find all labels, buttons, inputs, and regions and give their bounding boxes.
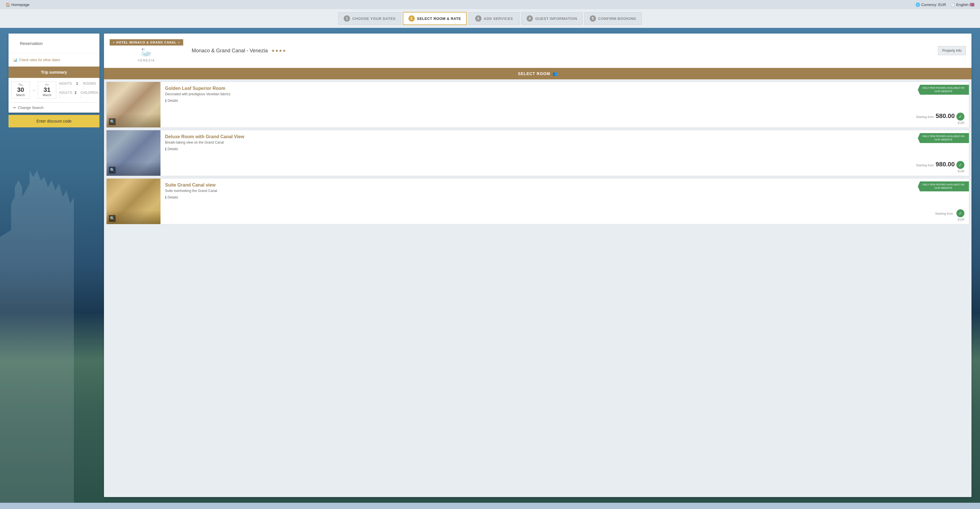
room-card-suite: 🔍 Suite Grand Canal view Suite overlooki… (106, 178, 969, 224)
step-num-4: 4 (527, 15, 533, 22)
price-row-suite: Starting from ✓ (935, 209, 964, 217)
step-num-2: 2 (409, 15, 415, 22)
currency-deluxe: EUR (916, 169, 964, 173)
guests-row: ADULTS : 2 CHILDREN : 0 (59, 91, 99, 99)
select-room-bar: SELECT ROOM 👥 (104, 68, 972, 79)
currency-selector[interactable]: 🌐 Currency: EUR (916, 3, 946, 7)
homepage-link[interactable]: 🏠 Homepage (6, 3, 30, 7)
hotel-main-title: Monaco & Grand Canal - Venezia (192, 48, 268, 54)
check-rates-label: Check rates for other dates (19, 58, 60, 62)
room-title-suite: Suite Grand Canal view (165, 183, 908, 188)
room-image-golden-leaf: 🔍 (107, 82, 161, 128)
room-card-deluxe: 🔍 Deluxe Room with Grand Canal View Brea… (106, 130, 969, 176)
left-panel: Reservation 📊 Check rates for other date… (8, 34, 99, 497)
hotel-stars: ★★★★ (271, 48, 286, 53)
children-label: CHILDREN : (80, 91, 98, 99)
reservation-card: Reservation 📊 Check rates for other date… (8, 34, 99, 113)
room-info-suite: Suite Grand Canal view Suite overlooking… (161, 179, 912, 224)
room-price-area-deluxe: ONLY FEW ROOMS AVAILABLE ON OUR WEBSITE … (912, 130, 969, 176)
main-area: Reservation 📊 Check rates for other date… (0, 28, 980, 503)
select-btn-deluxe[interactable]: ✓ (956, 161, 964, 169)
zoom-icon-deluxe[interactable]: 🔍 (109, 167, 116, 174)
trip-summary-bar: Trip summary (8, 67, 99, 78)
badge-decoration-left: ▪ (113, 40, 115, 45)
discount-code-btn[interactable]: Enter discount code (8, 115, 99, 128)
guests-icon: 👥 (552, 71, 558, 76)
step-label-5: CONFIRM BOOKING (598, 16, 636, 21)
room-card-golden-leaf: 🔍 Golden Leaf Superior Room Decorated wi… (106, 81, 969, 128)
step-select-room[interactable]: 2 SELECT ROOM & RATE (403, 12, 467, 25)
step-label-1: CHOOSE YOUR DATES (352, 16, 395, 21)
check-rates-btn[interactable]: 📊 Check rates for other dates (11, 56, 97, 64)
room-desc-deluxe: Breath-taking view on the Grand Canal (165, 140, 908, 144)
property-info-btn[interactable]: Property info (938, 46, 966, 55)
change-search-label: Change Search (18, 105, 43, 110)
pencil-icon: ✏ (13, 105, 16, 110)
rooms-container: 🔍 Golden Leaf Superior Room Decorated wi… (104, 81, 972, 224)
language-label: English (956, 3, 968, 7)
checkin-month: March (14, 93, 27, 97)
date-info: NIGHTS : 1 ROOMS : 1 ADULTS : 2 CHILDREN… (59, 81, 99, 99)
step-num-1: 1 (344, 15, 350, 22)
hotel-header: ▪ HOTEL MONACO & GRAND CANAL ▪ 🦢 VENEZIA… (104, 34, 972, 68)
checkout-day-num: 31 (41, 86, 53, 93)
step-choose-dates[interactable]: 1 CHOOSE YOUR DATES (338, 12, 401, 25)
step-num-5: 5 (590, 15, 596, 22)
venezia-text: VENEZIA (138, 59, 155, 62)
hotel-swan-logo: 🦢 (141, 46, 152, 57)
room-info-deluxe: Deluxe Room with Grand Canal View Breath… (161, 130, 912, 176)
homepage-label: Homepage (11, 3, 30, 7)
room-price-area-golden: ONLY FEW ROOMS AVAILABLE ON OUR WEBSITE … (912, 82, 969, 128)
nights-label: NIGHTS : (59, 81, 74, 89)
room-title-golden-leaf: Golden Leaf Superior Room (165, 86, 908, 91)
step-add-services[interactable]: 3 ADD SERVICES (468, 12, 520, 25)
clock-icon: 🕐 (950, 3, 955, 7)
room-image-suite: 🔍 (107, 179, 161, 224)
starting-from-suite: Starting from (935, 212, 953, 215)
price-row-deluxe: Starting from 980.00 ✓ (916, 161, 964, 169)
step-label-3: ADD SERVICES (484, 16, 513, 21)
zoom-icon-suite[interactable]: 🔍 (109, 215, 116, 222)
room-price-area-suite: ONLY FEW ROOMS AVAILABLE ON OUR WEBSITE … (912, 179, 969, 224)
reservation-tab-label: Reservation (14, 37, 48, 50)
discount-code-label: Enter discount code (37, 119, 72, 123)
checkin-day-num: 30 (14, 86, 27, 93)
hotel-logo-area: ▪ HOTEL MONACO & GRAND CANAL ▪ 🦢 VENEZIA (110, 39, 183, 62)
nights-val: 1 (76, 81, 78, 89)
details-link-deluxe[interactable]: ℹ Details (165, 147, 908, 151)
details-label-deluxe: Details (168, 147, 178, 151)
availability-badge-deluxe: ONLY FEW ROOMS AVAILABLE ON OUR WEBSITE (918, 133, 969, 143)
chart-icon: 📊 (13, 58, 18, 62)
language-selector[interactable]: 🕐 English 🇬🇧 (950, 2, 974, 7)
step-num-3: 3 (475, 15, 482, 22)
trip-summary-label: Trip summary (41, 70, 67, 75)
starting-from-golden: Starting from (916, 115, 934, 118)
availability-badge-suite: ONLY FEW ROOMS AVAILABLE ON OUR WEBSITE (918, 182, 969, 191)
rooms-label: ROOMS : (83, 81, 98, 89)
top-bar: 🏠 Homepage 🌐 Currency: EUR 🕐 English 🇬🇧 (0, 0, 980, 9)
details-link-golden-leaf[interactable]: ℹ Details (165, 98, 908, 103)
checkout-date-box: Fri 31 March (38, 81, 56, 99)
change-search-btn[interactable]: ✏ Change Search (8, 102, 99, 113)
details-label-suite: Details (168, 195, 178, 199)
room-info-golden-leaf: Golden Leaf Superior Room Decorated with… (161, 82, 912, 128)
hotel-name-badge: ▪ HOTEL MONACO & GRAND CANAL ▪ (110, 39, 183, 46)
select-btn-suite[interactable]: ✓ (956, 209, 964, 217)
dates-row: Thu 30 March → Fri 31 March NIGHTS : 1 (8, 78, 99, 102)
info-icon-golden: ℹ (165, 98, 167, 103)
hotel-title-area: Monaco & Grand Canal - Venezia ★★★★ (192, 48, 938, 54)
info-icon-suite: ℹ (165, 195, 167, 199)
select-btn-golden[interactable]: ✓ (956, 113, 964, 121)
info-icon-deluxe: ℹ (165, 147, 167, 151)
right-panel: ▪ HOTEL MONACO & GRAND CANAL ▪ 🦢 VENEZIA… (104, 34, 972, 497)
details-link-suite[interactable]: ℹ Details (165, 195, 908, 199)
starting-from-deluxe: Starting from (916, 163, 934, 167)
adults-val: 2 (75, 91, 76, 99)
price-amount-deluxe: 980.00 (936, 161, 955, 168)
step-guest-info[interactable]: 4 GUEST INFORMATION (521, 12, 582, 25)
step-confirm[interactable]: 5 CONFIRM BOOKING (584, 12, 642, 25)
zoom-icon-golden[interactable]: 🔍 (109, 118, 116, 125)
room-image-deluxe: 🔍 (107, 130, 161, 176)
step-label-4: GUEST INFORMATION (535, 16, 577, 21)
details-label-golden: Details (168, 99, 178, 103)
